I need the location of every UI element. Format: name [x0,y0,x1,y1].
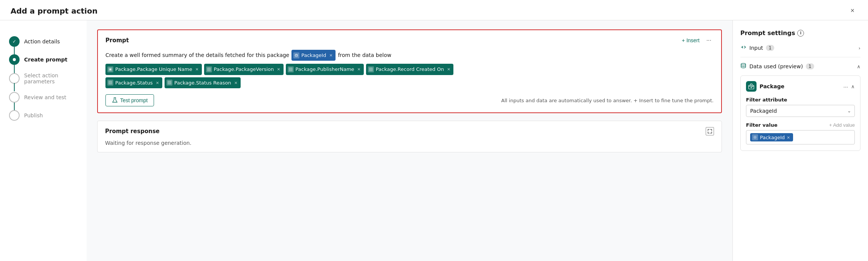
step-create-prompt[interactable]: Create prompt [9,51,78,69]
package-card-name: Package [746,81,784,92]
tag-chip-close-4[interactable]: × [156,79,159,87]
step-label-action-details: Action details [24,38,60,45]
prompt-box: Prompt + Insert ··· Create a well formed… [97,29,722,113]
filter-value-chip[interactable]: PackageId × [750,133,793,141]
tag-chip-label-4: Package.Status [115,78,153,87]
input-row[interactable]: Input 1 › [740,44,860,52]
step-label-select-params: Select action parameters [24,72,78,84]
data-used-chevron[interactable]: ∧ [857,64,860,69]
filter-value-section: Filter value + Add value PackageId × [746,122,855,144]
svg-point-12 [754,136,757,139]
tag-chip-0[interactable]: Package.Package Unique Name × [105,64,202,75]
input-icon [740,44,746,52]
pkg-card-actions: ··· ∧ [843,83,855,90]
package-id-chip-label: PackageId [301,51,326,60]
svg-rect-5 [289,68,293,71]
step-action-details[interactable]: ✓ Action details [9,32,78,51]
step-select-params[interactable]: Select action parameters [9,69,78,88]
dialog-header: Add a prompt action × [0,0,868,20]
tag-chip-4[interactable]: Package.Status × [105,77,162,88]
step-review-test[interactable]: Review and test [9,88,78,106]
tag-chip-label-0: Package.Package Unique Name [115,65,192,74]
step-label-review-test: Review and test [24,94,66,100]
tag-chip-close-0[interactable]: × [195,66,198,73]
data-used-badge: 1 [806,63,814,69]
test-prompt-button[interactable]: Test prompt [105,94,154,106]
step-circle-action-details: ✓ [9,36,20,47]
pkg-collapse-button[interactable]: ∧ [851,84,855,89]
response-title: Prompt response [105,128,160,135]
prompt-more-button[interactable]: ··· [704,36,714,45]
tag-chip-icon-3 [368,66,374,72]
tag-chip-2[interactable]: Package.PublisherName × [286,64,364,75]
package-id-chip[interactable]: ⚙ PackageId × [291,50,336,61]
right-sidebar: Prompt settings i Input 1 › [732,20,868,261]
tag-chip-icon-2 [288,66,294,72]
svg-point-0 [13,58,16,61]
svg-rect-4 [207,68,211,71]
prompt-title: Prompt [105,37,129,44]
package-card-header: Package ··· ∧ [746,81,855,92]
tag-chip-icon-1 [206,66,212,72]
expand-icon[interactable] [706,127,714,135]
filter-chip-icon [752,134,758,140]
center-content: Prompt + Insert ··· Create a well formed… [87,20,732,261]
close-button[interactable]: × [847,5,857,16]
insert-button[interactable]: + Insert [682,37,700,43]
package-icon [746,81,757,92]
prompt-hint: All inputs and data are automatically us… [501,98,714,103]
input-chevron: › [859,45,860,51]
prompt-text-after: from the data below [338,51,391,60]
main-layout: ✓ Action details Create prompt Select ac… [0,20,868,261]
prompt-text-before: Create a well formed summary of the deta… [105,51,289,60]
tag-chip-label-2: Package.PublisherName [296,65,354,74]
filter-attribute-section: Filter attribute PackageId ⌄ [746,97,855,117]
prompt-actions: + Insert ··· [682,36,714,45]
tag-chip-1[interactable]: Package.PackageVersion × [204,64,284,75]
svg-rect-7 [108,81,112,84]
tag-chip-label-1: Package.PackageVersion [214,65,274,74]
dialog-title: Add a prompt action [11,6,98,15]
tag-chip-icon-0 [107,66,113,72]
prompt-text-line: Create a well formed summary of the deta… [105,50,714,61]
svg-rect-8 [168,81,171,84]
filter-attribute-wrapper: PackageId ⌄ [746,105,855,117]
tag-chip-3[interactable]: Package.Record Created On × [366,64,453,75]
tag-chip-close-3[interactable]: × [447,66,450,73]
svg-rect-6 [369,68,373,71]
data-used-label[interactable]: Data used (preview) 1 [740,63,814,70]
step-publish[interactable]: Publish [9,106,78,124]
input-section: Input 1 › [740,44,860,57]
tag-chip-5[interactable]: Package.Status Reason × [165,77,241,88]
stepper-sidebar: ✓ Action details Create prompt Select ac… [0,20,87,261]
response-header: Prompt response [105,127,714,135]
add-value-button[interactable]: + Add value [829,122,855,128]
tags-row: Package.Package Unique Name × Package.Pa… [105,64,714,75]
filter-value-box: PackageId × [746,130,855,144]
tag-chip-close-5[interactable]: × [234,79,238,87]
svg-text:⚙: ⚙ [295,54,297,57]
prompt-header: Prompt + Insert ··· [105,36,714,45]
tag-chip-close-1[interactable]: × [277,66,280,73]
filter-attribute-select[interactable]: PackageId [746,105,855,117]
filter-value-label: Filter value [746,122,778,128]
input-badge: 1 [766,45,774,51]
package-id-chip-close[interactable]: × [329,52,333,59]
tag-chip-label-5: Package.Status Reason [174,78,231,87]
filter-chip-close[interactable]: × [787,135,790,140]
step-label-publish: Publish [24,112,43,118]
filter-attribute-label: Filter attribute [746,97,855,103]
flask-icon [112,97,118,103]
input-label: Input [749,45,763,51]
response-waiting-text: Waiting for response generation. [105,140,714,146]
data-used-header: Data used (preview) 1 ∧ [740,63,860,70]
filter-chip-label: PackageId [760,135,785,140]
info-icon[interactable]: i [797,30,804,37]
package-id-chip-icon: ⚙ [293,52,299,58]
tag-chip-close-2[interactable]: × [357,66,361,73]
svg-rect-11 [749,85,754,89]
data-used-section: Data used (preview) 1 ∧ [740,63,860,151]
pkg-more-button[interactable]: ··· [843,83,848,90]
prompt-footer: Test prompt All inputs and data are auto… [105,94,714,106]
prompt-settings-title: Prompt settings i [740,29,860,37]
